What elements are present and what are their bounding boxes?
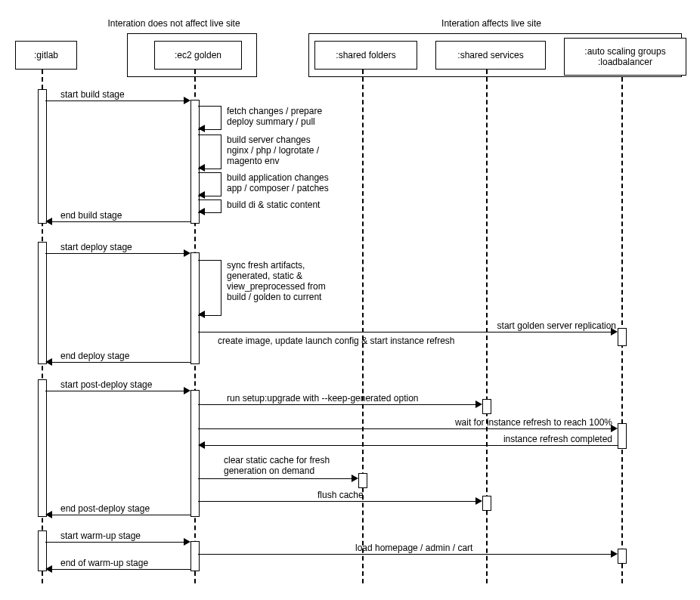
- message-text: instance refresh completed: [461, 434, 612, 444]
- activation: [38, 379, 47, 517]
- message-text: build di & static content: [227, 199, 320, 210]
- message-text: start deploy stage: [60, 242, 132, 252]
- message-text: build application changes app / composer…: [227, 172, 329, 193]
- message-text: end post-deploy stage: [60, 503, 150, 514]
- activation: [38, 89, 47, 224]
- arrow-head-icon: [198, 164, 205, 172]
- activation: [618, 328, 627, 346]
- arrow-head-icon: [184, 538, 190, 546]
- arrow-head-icon: [198, 311, 205, 318]
- message-text: create image, update launch config & sta…: [218, 336, 455, 346]
- arrow-head-icon: [198, 125, 205, 132]
- arrow: [52, 221, 190, 222]
- message-text: start warm-up stage: [60, 530, 141, 541]
- message-text: end build stage: [60, 210, 122, 221]
- message-text: start build stage: [60, 89, 125, 100]
- arrow: [45, 391, 184, 391]
- group-label-left: Interation does not affect live site: [91, 18, 257, 29]
- activation: [190, 541, 200, 571]
- sequence-diagram: Interation does not affect live site Int…: [0, 0, 700, 600]
- arrow: [198, 501, 478, 502]
- participant-asg: :auto scaling groups :loadbalancer: [564, 38, 686, 76]
- activation: [618, 549, 627, 564]
- message-text: fetch changes / prepare deploy summary /…: [227, 106, 322, 127]
- arrow-head-icon: [352, 475, 358, 482]
- activation: [482, 496, 491, 511]
- participant-ec2: :ec2 golden: [154, 41, 242, 70]
- arrow: [45, 101, 184, 101]
- activation: [190, 390, 200, 517]
- participant-label: :ec2 golden: [175, 50, 221, 60]
- group-label-right: Interation affects live site: [408, 18, 575, 29]
- lifeline-folders: [362, 70, 364, 583]
- arrow-head-icon: [45, 511, 52, 518]
- arrow-head-icon: [45, 358, 52, 366]
- participant-gitlab: :gitlab: [15, 41, 77, 70]
- arrow-head-icon: [611, 550, 618, 558]
- participant-label: :auto scaling groups :loadbalancer: [584, 46, 665, 67]
- message-text: start post-deploy stage: [60, 379, 152, 390]
- arrow: [198, 428, 613, 429]
- arrow: [198, 404, 478, 405]
- arrow-head-icon: [475, 497, 482, 505]
- message-text: end of warm-up stage: [60, 558, 148, 568]
- arrow: [52, 515, 190, 515]
- arrow-head-icon: [198, 441, 205, 449]
- activation: [38, 242, 47, 364]
- message-text: flush cache: [317, 490, 364, 500]
- participant-folders: :shared folders: [314, 41, 417, 70]
- activation: [482, 399, 491, 414]
- arrow: [52, 362, 190, 363]
- message-text: load homepage / admin / cart: [355, 543, 472, 553]
- arrow-head-icon: [45, 565, 52, 573]
- arrow: [45, 542, 184, 543]
- participant-label: :gitlab: [34, 50, 58, 60]
- message-text: end deploy stage: [60, 351, 129, 361]
- arrow: [52, 569, 190, 570]
- message-text: build server changes nginx / php / logro…: [227, 135, 319, 166]
- message-text: clear static cache for fresh generation …: [224, 455, 330, 476]
- self-message: [198, 260, 221, 316]
- arrow: [198, 332, 613, 332]
- arrow-head-icon: [475, 401, 482, 408]
- message-text: run setup:upgrade with --keep-generated …: [227, 393, 419, 404]
- arrow-head-icon: [198, 191, 205, 199]
- message-text: wait for instance refresh to reach 100%: [401, 417, 612, 428]
- arrow-head-icon: [184, 387, 190, 394]
- participant-label: :shared folders: [336, 50, 395, 60]
- activation: [358, 473, 367, 488]
- arrow: [205, 445, 618, 446]
- arrow-head-icon: [184, 249, 190, 257]
- participant-services: :shared services: [435, 41, 546, 70]
- participant-label: :shared services: [457, 50, 523, 60]
- arrow: [198, 478, 354, 479]
- lifeline-asg: [621, 70, 623, 583]
- arrow-head-icon: [45, 218, 52, 225]
- message-text: sync fresh artifacts, generated, static …: [227, 260, 326, 302]
- activation: [618, 423, 627, 449]
- arrow: [45, 253, 184, 254]
- arrow-head-icon: [198, 208, 205, 215]
- message-text: start golden server replication: [420, 320, 616, 331]
- arrow: [198, 554, 613, 555]
- arrow-head-icon: [184, 97, 190, 104]
